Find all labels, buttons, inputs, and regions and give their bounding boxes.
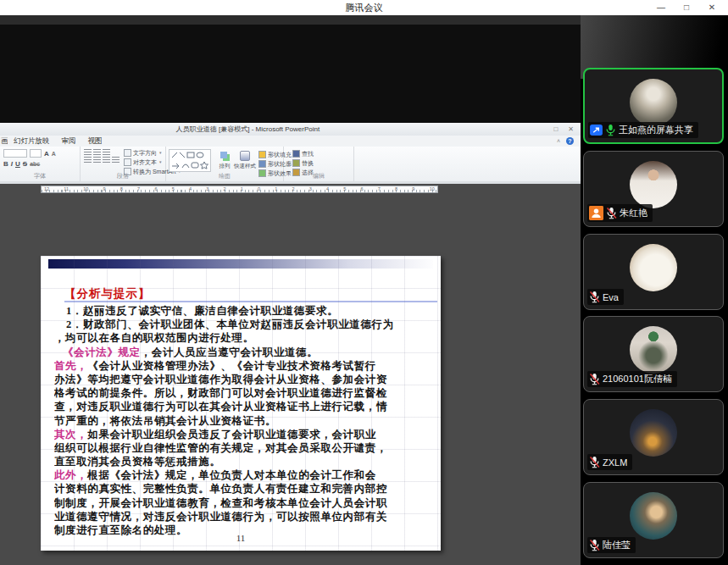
slide-text-line: 直至取消其会员资格等惩戒措施。 [54,455,434,468]
drawing-menu-item-icon [258,160,266,168]
ruler-number: 5 [343,186,346,192]
slide-text-line: 首先，《会计从业资格管理办法》、《会计专业技术资格考试暂行 [54,359,434,373]
mic-muted-icon [589,539,600,551]
align-left-icon[interactable] [84,157,92,163]
horizontal-ruler[interactable]: 121110987654321012345678910 [41,186,438,193]
editing-menu-item-label: 替换 [302,159,314,167]
participant-avatar-white-dog [630,244,677,291]
strikethrough-icon[interactable]: S [23,160,27,168]
participant-tile[interactable]: 朱红艳 [583,151,724,227]
italic-icon[interactable]: I [11,160,13,168]
align-center-icon[interactable] [93,157,101,163]
ppt-restore-button[interactable]: □ [553,125,558,133]
ppt-tab[interactable]: 视图 [82,136,108,147]
ruler-number: 4 [326,186,329,192]
bullet-list-icon[interactable] [84,149,92,155]
slide-accent-text: 其次， [54,429,87,440]
slide-text-line: 2．财政部门、会计职业团体、本单位对赵丽违反会计职业道德行为 [54,318,434,331]
editing-menu-item[interactable]: 替换 [292,159,353,167]
slide-text-line: 业道德遵守情况，对违反会计职业道德行为，可以按照单位内部有关 [54,510,434,523]
share-top-strip [0,15,581,25]
slide-line-text: 节严重的，将依法吊销其会计从业资格证书。 [54,415,276,427]
indent-icon[interactable] [103,149,110,155]
slide-text-line: 此外，根据《会计法》规定，单位负责人对本单位的会计工作和会 [54,468,434,482]
participant-avatar-person-in-winter-outfit [630,79,677,126]
slide-line-text: 2．财政部门、会计职业团体、本单位对赵丽违反会计职业道德行为 [66,319,394,330]
mic-muted-icon [606,207,617,219]
editing-menu-item-label: 查找 [302,150,314,158]
paragraph-group-label: 段落 [81,172,165,180]
participant-label: 陆佳莹 [587,537,636,553]
slide-line-text: 办法》等均把遵守会计职业道德作为取得会计从业资格、参加会计资 [54,374,387,385]
slide-title-gradient-bar [48,259,433,269]
justify-icon[interactable] [112,157,119,163]
participant-tile[interactable]: 王如燕的屏幕共享 [583,68,724,144]
participant-tile[interactable]: 21060101阮倩楠 [583,316,724,392]
bold-icon[interactable]: B [3,160,8,168]
font-name-box[interactable] [3,149,27,158]
slide-line-text: 制制度，开展会计职业道德教育，检查和考核本单位会计人员会计职 [54,497,387,509]
ppt-window-controls: □ ✕ [553,123,574,136]
close-button[interactable]: ✕ [699,0,725,15]
minimize-button[interactable]: — [648,0,674,15]
app-title: 腾讯会议 [0,0,728,15]
editing-menu-item-icon [292,159,300,167]
font-size-box[interactable] [30,149,42,158]
slide-line-text: 《会计从业资格管理办法》、《会计专业技术资格考试暂行 [87,360,376,372]
align-right-icon[interactable] [103,157,110,163]
participant-avatar-night-scene [630,409,677,457]
maximize-button[interactable]: □ [674,0,699,15]
ribbon-group-editing: 查找替换选择 编辑 [284,147,354,181]
ribbon-collapse-icon[interactable]: ˄ [557,136,560,147]
grow-font-icon[interactable]: A [44,150,49,158]
ruler-number: 6 [361,186,364,192]
ppt-tab[interactable]: 审阅 [56,136,82,147]
ribbon-group-paragraph: 文字方向对齐文本转换为 SmartArt 段落 [81,147,166,181]
drawing-button-arrange[interactable]: 排列 [214,149,235,170]
host-badge-icon [589,206,603,220]
ruler-number: 6 [154,186,157,192]
help-icon[interactable]: ? [566,137,574,145]
screen-share-view: 人员职业道德 [兼容模式] - Microsoft PowerPoint □ ✕… [0,15,581,565]
numbered-list-icon[interactable] [93,149,101,155]
participants-sidebar: 王如燕的屏幕共享 朱红艳 Eva [581,15,728,565]
slide-accent-text: 此外， [54,469,87,481]
participant-tile[interactable]: Eva [583,234,724,310]
ppt-tab-partial[interactable]: 画 [1,136,8,147]
editing-menu-item[interactable]: 查找 [292,150,353,158]
participant-name: 朱红艳 [620,207,647,219]
paragraph-menu-item-icon [124,158,131,166]
slide-text-line: 《会计法》规定，会计人员应当遵守会计职业道德。 [54,346,434,359]
ruler-number: 2 [223,186,225,192]
font-group-label: 字体 [0,172,80,180]
arrange-icon [220,152,227,158]
slide-line-text: 业道德遵守情况，对违反会计职业道德行为，可以按照单位内部有关 [54,511,387,523]
slide-text-line: ，均可以在各自的职权范围内进行处理。 [54,331,434,345]
slide-line-text: 1．赵丽违反了诚实守信、廉洁自律会计职业道德要求。 [66,305,338,317]
powerpoint-window: 人员职业道德 [兼容模式] - Microsoft PowerPoint □ ✕… [0,123,581,565]
slide-heading: 【分析与提示】 [64,286,151,302]
slide-text-line: 查，对违反职业道德行为可以在其会计从业资格证书上进行记载，情 [54,400,434,413]
underline-icon[interactable]: U [15,160,20,168]
participant-label: ZXLM [587,454,632,470]
shrink-font-icon[interactable]: A [52,150,56,158]
ruler-number: 1 [275,186,277,192]
shapes-gallery[interactable] [169,149,211,172]
ruler-number: 8 [395,186,397,192]
participant-name: 陆佳莹 [603,539,631,551]
clear-format-icon[interactable]: abc [30,160,40,168]
drawing-button-quick-styles[interactable]: 快速样式 [235,149,255,170]
ruler-number: 2 [292,186,295,192]
ppt-ribbon: A A B I U S abc 字体 [0,147,581,182]
drawing-button-label: 排列 [220,163,231,170]
ppt-tab[interactable]: 幻灯片放映 [8,136,56,147]
ppt-close-button[interactable]: ✕ [568,125,574,133]
ruler-number: 7 [378,186,381,192]
participant-avatar-woman-in-white-shirt [630,161,677,208]
slide-text-line: 其次，如果会计职业组织会员违反了会计职业道德要求，会计职业 [54,428,434,441]
ruler-number: 12 [44,186,49,192]
participant-tile[interactable]: 陆佳莹 [583,482,724,558]
participant-tile[interactable]: ZXLM [583,399,724,475]
participant-name: 21060101阮倩楠 [603,373,672,385]
mic-muted-icon [589,291,600,303]
